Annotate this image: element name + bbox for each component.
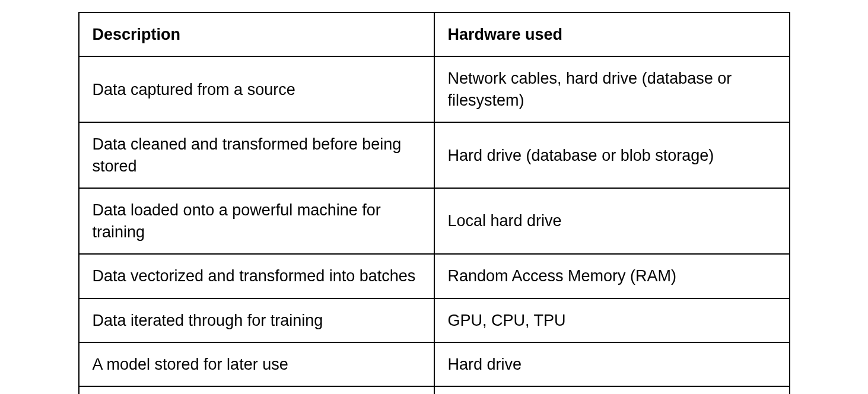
table-header-row: Description Hardware used	[79, 12, 790, 56]
cell-hardware: Network cables, hard drive (database or …	[434, 56, 790, 122]
cell-description: A model stored for later use	[79, 342, 434, 386]
cell-description: Data loaded onto a powerful machine for …	[79, 188, 434, 254]
header-description: Description	[79, 12, 434, 56]
table-row: Data iterated through for training GPU, …	[79, 298, 790, 342]
cell-hardware: Hard drive or magnetic tape	[434, 386, 790, 394]
table-row: Data vectorized and transformed into bat…	[79, 254, 790, 298]
table-row: Backed up Hard drive or magnetic tape	[79, 386, 790, 394]
table-row: A model stored for later use Hard drive	[79, 342, 790, 386]
cell-hardware: Local hard drive	[434, 188, 790, 254]
cell-description: Data cleaned and transformed before bein…	[79, 122, 434, 188]
table-row: Data loaded onto a powerful machine for …	[79, 188, 790, 254]
cell-description: Backed up	[79, 386, 434, 394]
header-hardware: Hardware used	[434, 12, 790, 56]
cell-hardware: GPU, CPU, TPU	[434, 298, 790, 342]
cell-description: Data iterated through for training	[79, 298, 434, 342]
cell-hardware: Hard drive	[434, 342, 790, 386]
cell-description: Data vectorized and transformed into bat…	[79, 254, 434, 298]
cell-hardware: Random Access Memory (RAM)	[434, 254, 790, 298]
cell-description: Data captured from a source	[79, 56, 434, 122]
data-hardware-table: Description Hardware used Data captured …	[78, 12, 790, 394]
table-row: Data captured from a source Network cabl…	[79, 56, 790, 122]
table-row: Data cleaned and transformed before bein…	[79, 122, 790, 188]
data-hardware-table-container: Description Hardware used Data captured …	[78, 12, 790, 394]
cell-hardware: Hard drive (database or blob storage)	[434, 122, 790, 188]
